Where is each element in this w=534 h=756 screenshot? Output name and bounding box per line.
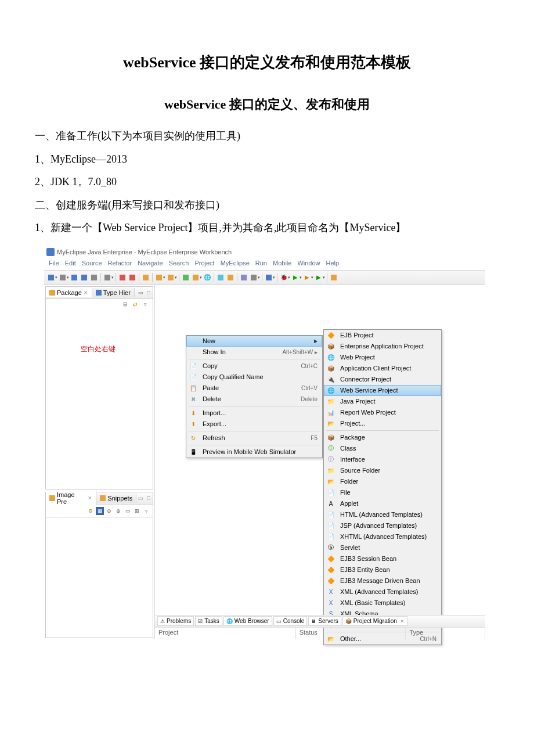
menu-item[interactable]: Show InAlt+Shift+W ▸ (186, 347, 322, 358)
zoom-in-icon[interactable]: ⊕ (114, 507, 122, 515)
image-preview-panel[interactable]: Image Pre ✕ Snippets ▭ □ ⚙ ▦ (45, 492, 153, 638)
fit-icon[interactable]: ▭ (124, 507, 132, 515)
save-all-icon[interactable] (80, 273, 89, 282)
bottom-tab-project-migration[interactable]: 📦Project Migration✕ (342, 616, 407, 626)
menu-icon[interactable]: ▿ (142, 507, 150, 515)
ide-toolbar[interactable]: ▾ ▾ ▾ ▾ ▾ ▾ 🌐 ▾ ▾ (44, 270, 485, 285)
link-icon[interactable]: ⇄ (131, 300, 139, 308)
new-submenu[interactable]: 🔶EJB Project📦Enterprise Application Proj… (323, 329, 442, 645)
package-explorer[interactable]: Package ✕ Type Hier ▭ □ ⊟ ⇄ (45, 286, 153, 489)
menu-project[interactable]: Project (192, 260, 217, 269)
tool-icon[interactable]: ⚙ (86, 507, 95, 515)
menu-item[interactable]: 🔶EJB3 Message Driven Bean (324, 575, 441, 586)
package-explorer-tab[interactable]: Package ✕ (46, 288, 92, 297)
menu-item[interactable]: 🌐Web Service Project (324, 385, 441, 396)
minimize-icon[interactable]: ▭ (136, 289, 145, 297)
bottom-tab-servers[interactable]: 🖥Servers (308, 616, 341, 626)
persp-icon[interactable] (239, 273, 248, 282)
menu-item[interactable]: ⬆Export... (186, 419, 322, 430)
menu-item[interactable]: XXML (Advanced Templates) (324, 586, 441, 597)
snippets-tab[interactable]: Snippets (96, 494, 136, 503)
new-wizard-icon[interactable] (58, 273, 67, 282)
debug-red-icon[interactable] (118, 273, 127, 282)
menu-item[interactable]: XXML (Basic Templates) (324, 597, 441, 609)
menu-search[interactable]: Search (167, 260, 192, 269)
run-red-icon[interactable] (128, 273, 137, 282)
tool2-icon[interactable] (166, 273, 175, 282)
new-icon[interactable] (46, 273, 56, 282)
save-icon[interactable] (70, 273, 79, 282)
run-green-icon[interactable]: ▶ (291, 273, 300, 282)
menu-item[interactable]: 📄XHTML (Advanced Templates) (324, 531, 441, 542)
menu-item[interactable]: ✖DeleteDelete (186, 394, 322, 405)
type-hierarchy-tab[interactable]: Type Hier (92, 288, 135, 297)
menu-edit[interactable]: Edit (63, 260, 78, 269)
globe-icon[interactable]: 🌐 (203, 273, 212, 282)
menu-item[interactable]: 📄Copy Qualified Name (186, 372, 322, 383)
deploy-icon[interactable] (181, 273, 190, 282)
tool-icon[interactable]: ▦ (96, 507, 104, 515)
menu-item[interactable]: ↻RefreshF5 (186, 433, 322, 444)
menu-item[interactable]: 📄CopyCtrl+C (186, 361, 322, 372)
menu-mobile[interactable]: Mobile (270, 260, 294, 269)
close-icon[interactable]: ✕ (84, 290, 88, 296)
menu-item[interactable]: 🔶EJB Project (324, 330, 441, 341)
minimize-icon[interactable]: ▭ (136, 494, 145, 502)
menu-help[interactable]: Help (324, 260, 342, 269)
menu-source[interactable]: Source (80, 260, 104, 269)
menu-item[interactable]: ⒸClass (324, 443, 441, 454)
db-icon[interactable] (191, 273, 200, 282)
grid-icon[interactable] (329, 273, 338, 282)
menu-item[interactable]: ⬇Import... (186, 408, 322, 419)
nav-icon[interactable] (216, 273, 225, 282)
menu-item[interactable]: 📂Project... (324, 418, 441, 429)
print-icon[interactable] (89, 273, 99, 282)
image-preview-tab[interactable]: Image Pre ✕ (46, 490, 96, 506)
menu-item[interactable]: 🔌Connector Project (324, 374, 441, 385)
zoom-out-icon[interactable]: ⊝ (105, 507, 113, 515)
build-icon[interactable] (103, 273, 112, 282)
menu-item[interactable]: 📂Folder (324, 476, 441, 487)
collapse-icon[interactable]: ⊟ (121, 300, 129, 308)
bottom-tab-console[interactable]: ▭Console (273, 616, 308, 626)
menu-item[interactable]: New▶ (186, 336, 322, 347)
persp2-icon[interactable] (249, 273, 258, 282)
menu-icon[interactable]: ▿ (141, 300, 149, 308)
close-icon[interactable]: ✕ (88, 495, 92, 501)
menu-item[interactable]: ⓈServlet (324, 542, 441, 553)
menu-item[interactable]: AApplet (324, 498, 441, 509)
bottom-tab-web-browser[interactable]: 🌐Web Browser (223, 616, 272, 626)
menu-item[interactable]: 📁Java Project (324, 396, 441, 407)
close-icon[interactable]: ✕ (400, 618, 405, 624)
package-icon[interactable] (141, 273, 150, 282)
menu-refactor[interactable]: Refactor (106, 260, 135, 269)
bottom-tab-problems[interactable]: ⚠Problems (157, 616, 194, 626)
tool-icon[interactable] (154, 273, 164, 282)
ide-menubar[interactable]: FileEditSourceRefactorNavigateSearchProj… (44, 258, 485, 270)
context-menu[interactable]: New▶Show InAlt+Shift+W ▸📄CopyCtrl+C📄Copy… (186, 335, 323, 458)
menu-item[interactable]: ⒾInterface (324, 454, 441, 465)
menu-file[interactable]: File (46, 260, 62, 269)
menu-item[interactable]: 📋PasteCtrl+V (186, 383, 322, 394)
grid-icon[interactable]: ⊞ (133, 507, 141, 515)
menu-navigate[interactable]: Navigate (135, 260, 165, 269)
menu-item[interactable]: 🔶EJB3 Session Bean (324, 553, 441, 564)
menu-item[interactable]: 📊Report Web Project (324, 407, 441, 418)
menu-item[interactable]: 📁Source Folder (324, 465, 441, 476)
maximize-icon[interactable]: □ (145, 494, 153, 502)
maximize-icon[interactable]: □ (145, 289, 153, 297)
menu-item[interactable]: 🔶EJB3 Entity Bean (324, 564, 441, 575)
menu-run[interactable]: Run (253, 260, 269, 269)
bottom-tab-tasks[interactable]: ☑Tasks (195, 616, 222, 626)
menu-item[interactable]: 🌐Web Project (324, 352, 441, 363)
bottom-view-tabs[interactable]: ⚠Problems☑Tasks🌐Web Browser▭Console🖥Serv… (155, 615, 485, 628)
last-tool-icon[interactable]: ▶ (314, 273, 323, 282)
menu-item[interactable]: 📄HTML (Advanced Templates) (324, 509, 441, 520)
menu-item[interactable]: 📄File (324, 487, 441, 498)
menu-item[interactable]: 📦Enterprise Application Project (324, 341, 441, 352)
menu-myeclipse[interactable]: MyEclipse (218, 260, 252, 269)
nav2-icon[interactable] (226, 273, 235, 282)
ext-tool-icon[interactable]: ▶ (302, 273, 312, 282)
menu-item[interactable]: 📦Package (324, 432, 441, 443)
menu-window[interactable]: Window (295, 260, 322, 269)
